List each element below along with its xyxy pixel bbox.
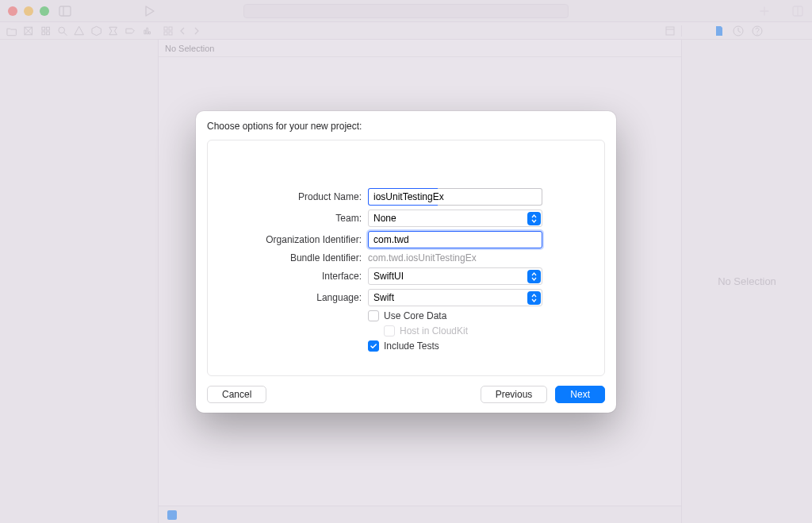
org-id-label: Organization Identifier:	[220, 234, 362, 245]
product-name-label: Product Name:	[220, 191, 362, 202]
next-button[interactable]: Next	[555, 386, 605, 403]
use-core-data-row[interactable]: Use Core Data	[368, 310, 542, 321]
interface-label: Interface:	[220, 271, 362, 282]
team-label: Team:	[220, 213, 362, 224]
use-core-data-label: Use Core Data	[384, 310, 446, 321]
include-tests-label: Include Tests	[384, 340, 439, 352]
team-select[interactable]	[368, 210, 542, 227]
chevron-updown-icon	[527, 291, 541, 305]
bundle-id-label: Bundle Identifier:	[220, 252, 362, 263]
use-core-data-checkbox[interactable]	[368, 310, 379, 321]
interface-select[interactable]	[368, 267, 542, 285]
team-select-value[interactable]	[368, 210, 542, 227]
previous-button[interactable]: Previous	[481, 386, 548, 403]
include-tests-checkbox[interactable]	[368, 340, 379, 352]
cancel-button[interactable]: Cancel	[207, 386, 266, 403]
chevron-updown-icon	[527, 270, 541, 283]
chevron-updown-icon	[527, 212, 541, 225]
host-cloudkit-row: Host in CloudKit	[368, 325, 542, 336]
language-select[interactable]	[368, 289, 542, 306]
include-tests-row[interactable]: Include Tests	[368, 340, 542, 352]
language-label: Language:	[220, 292, 362, 303]
host-cloudkit-label: Host in CloudKit	[400, 325, 468, 336]
org-id-input[interactable]	[368, 231, 542, 248]
sheet-body: Product Name: Team: Organization Identif…	[207, 140, 605, 376]
interface-select-value[interactable]	[368, 267, 542, 285]
product-name-input[interactable]	[368, 188, 542, 206]
host-cloudkit-checkbox	[384, 325, 395, 336]
sheet-footer: Cancel Previous Next	[196, 376, 616, 413]
bundle-id-value: com.twd.iosUnitTestingEx	[368, 252, 542, 263]
language-select-value[interactable]	[368, 289, 542, 306]
new-project-sheet: Choose options for your new project: Pro…	[196, 111, 616, 413]
sheet-title: Choose options for your new project:	[196, 111, 616, 137]
